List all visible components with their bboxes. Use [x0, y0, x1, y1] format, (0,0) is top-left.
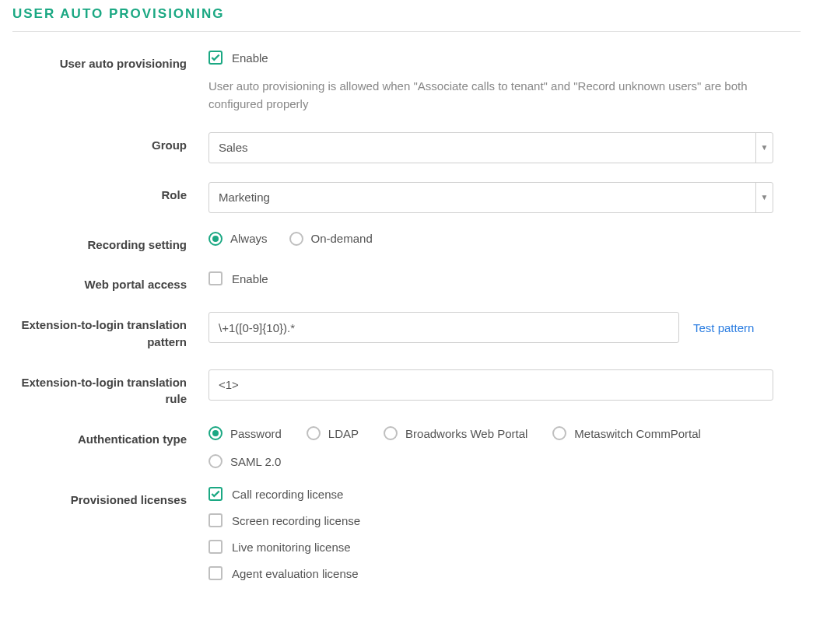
checkbox-label: Enable: [232, 51, 268, 65]
select-value: Marketing: [219, 191, 270, 204]
license-screen-recording-checkbox[interactable]: Screen recording license: [209, 513, 360, 527]
test-pattern-link[interactable]: Test pattern: [693, 321, 754, 334]
checkbox-icon: [209, 51, 223, 65]
auth-saml-radio[interactable]: SAML 2.0: [209, 454, 317, 468]
recording-always-radio[interactable]: Always: [209, 232, 268, 246]
auth-password-radio[interactable]: Password: [209, 426, 282, 440]
checkbox-icon: [209, 566, 223, 580]
section-title: USER AUTO PROVISIONING: [12, 3, 801, 32]
radio-label: Password: [230, 427, 282, 440]
select-value: Sales: [219, 141, 248, 154]
checkbox-label: Enable: [232, 272, 268, 285]
label-user-auto-provisioning: User auto provisioning: [12, 51, 209, 72]
label-auth-type: Authentication type: [12, 426, 209, 448]
label-group: Group: [12, 132, 209, 154]
auth-broadworks-radio[interactable]: Broadworks Web Portal: [384, 426, 527, 440]
radio-icon: [307, 426, 321, 440]
label-recording-setting: Recording setting: [12, 232, 209, 254]
label-provisioned-licenses: Provisioned licenses: [12, 487, 209, 509]
label-ext-pattern: Extension-to-login translation pattern: [12, 312, 209, 351]
checkbox-icon: [209, 513, 223, 527]
checkbox-label: Live monitoring license: [232, 541, 351, 554]
radio-label: Always: [230, 232, 268, 245]
label-web-portal-access: Web portal access: [12, 271, 209, 293]
label-ext-rule: Extension-to-login translation rule: [12, 369, 209, 408]
radio-icon: [209, 232, 223, 246]
recording-on-demand-radio[interactable]: On-demand: [289, 232, 373, 246]
checkbox-icon: [209, 487, 223, 501]
ext-rule-input[interactable]: [209, 369, 773, 401]
enable-web-portal-access-checkbox[interactable]: Enable: [209, 271, 268, 285]
chevron-down-icon: ▼: [755, 133, 773, 163]
radio-label: Metaswitch CommPortal: [574, 427, 701, 440]
auth-metaswitch-radio[interactable]: Metaswitch CommPortal: [552, 426, 701, 440]
radio-label: Broadworks Web Portal: [405, 427, 527, 440]
radio-icon: [209, 426, 223, 440]
radio-label: On-demand: [311, 232, 373, 245]
radio-icon: [289, 232, 303, 246]
license-agent-evaluation-checkbox[interactable]: Agent evaluation license: [209, 566, 360, 580]
checkbox-label: Screen recording license: [232, 514, 360, 527]
radio-icon: [209, 454, 223, 468]
ext-pattern-input[interactable]: [209, 312, 679, 343]
license-live-monitoring-checkbox[interactable]: Live monitoring license: [209, 540, 360, 554]
checkbox-icon: [209, 540, 223, 554]
checkbox-label: Agent evaluation license: [232, 567, 359, 580]
label-role: Role: [12, 182, 209, 204]
enable-user-auto-provisioning-checkbox[interactable]: Enable: [209, 51, 268, 65]
auth-ldap-radio[interactable]: LDAP: [307, 426, 359, 440]
role-select[interactable]: Marketing ▼: [209, 182, 773, 213]
checkbox-icon: [209, 271, 223, 285]
chevron-down-icon: ▼: [755, 183, 773, 212]
group-select[interactable]: Sales ▼: [209, 132, 773, 163]
help-text: User auto provisioning is allowed when "…: [209, 77, 769, 114]
radio-label: LDAP: [328, 427, 359, 440]
license-call-recording-checkbox[interactable]: Call recording license: [209, 487, 360, 501]
radio-label: SAML 2.0: [230, 455, 281, 468]
radio-icon: [384, 426, 398, 440]
radio-icon: [552, 426, 566, 440]
checkbox-label: Call recording license: [232, 488, 343, 501]
